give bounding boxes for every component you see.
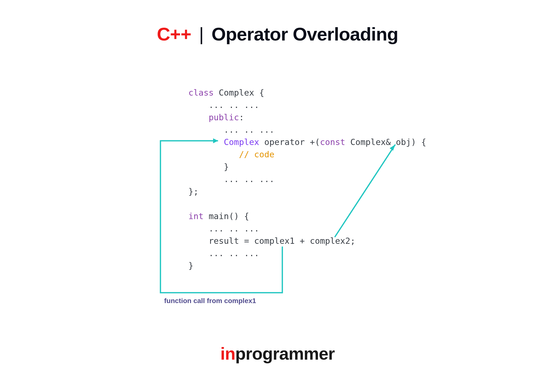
logo-in: in (220, 344, 235, 363)
type-complex: Complex (188, 137, 264, 147)
kw-operator: operator (264, 137, 305, 147)
ellipsis: ... .. ... (188, 224, 259, 233)
kw-const: const (320, 137, 345, 147)
page-title: C++ | Operator Overloading (0, 23, 555, 45)
tok: main() { (203, 211, 249, 221)
tok: } (188, 162, 229, 172)
kw-int: int (188, 211, 203, 221)
tok: Complex& obj) { (345, 137, 426, 147)
comment: // code (188, 149, 274, 159)
title-subject: Operator Overloading (211, 24, 398, 44)
tok: : (239, 112, 244, 122)
title-separator: | (199, 24, 203, 44)
footer-logo: inprogrammer (0, 344, 555, 364)
code-block: class Complex { ... .. ... public: ... .… (188, 86, 426, 272)
ellipsis: ... .. ... (188, 248, 259, 258)
tok-result-line: result = complex1 + complex2; (188, 236, 355, 246)
diagram-caption: function call from complex1 (164, 297, 256, 305)
tok: }; (188, 186, 199, 196)
ellipsis: ... .. ... (188, 100, 259, 110)
kw-public: public (188, 112, 239, 122)
tok: } (188, 261, 193, 270)
ellipsis: ... .. ... (188, 125, 274, 135)
tok: +( (305, 137, 320, 147)
tok: Complex { (214, 88, 264, 98)
logo-rest: programmer (235, 344, 334, 363)
page-header: C++ | Operator Overloading (0, 23, 555, 45)
kw-class: class (188, 88, 214, 98)
ellipsis: ... .. ... (188, 174, 274, 184)
title-language: C++ (157, 24, 191, 44)
